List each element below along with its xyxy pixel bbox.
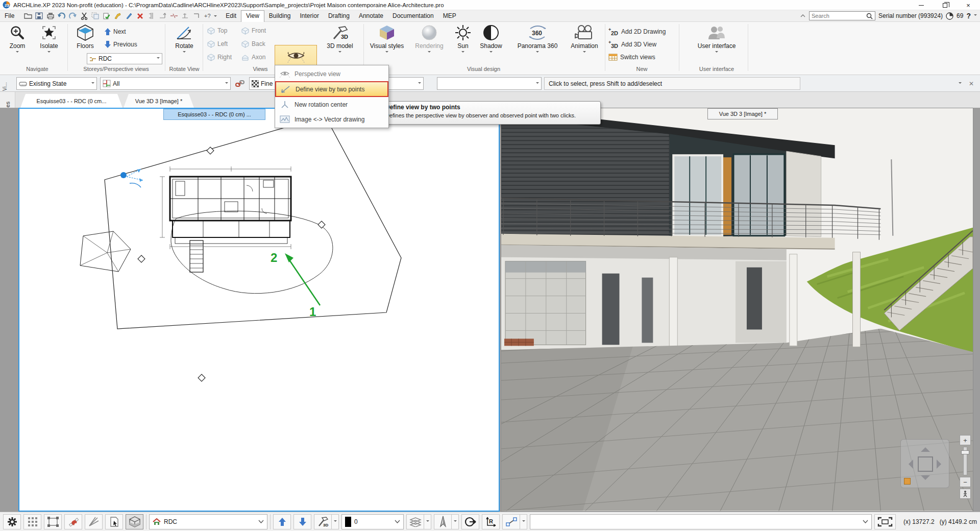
toolbar-chevron-icon[interactable] bbox=[959, 77, 967, 90]
panorama-360-button[interactable]: 360 Panorama 360 bbox=[512, 23, 562, 54]
nav-up-icon[interactable] bbox=[921, 443, 930, 452]
3d-model-button[interactable]: 3D 3D model bbox=[321, 23, 359, 54]
select-document-button[interactable] bbox=[105, 514, 123, 529]
break-line-icon[interactable] bbox=[169, 11, 179, 20]
command-combo[interactable] bbox=[530, 514, 872, 529]
view-top-button[interactable]: Top bbox=[207, 25, 227, 36]
help-caret-icon[interactable] bbox=[974, 14, 977, 17]
save-icon[interactable] bbox=[34, 11, 44, 20]
menu-file[interactable]: File bbox=[0, 11, 19, 21]
3d-box-button[interactable] bbox=[126, 514, 143, 529]
state-combo[interactable]: Existing State bbox=[16, 77, 97, 90]
north-arrow-button[interactable] bbox=[434, 514, 452, 529]
minimize-button[interactable] bbox=[910, 0, 933, 10]
floors-button[interactable]: Floors bbox=[69, 23, 101, 50]
add-2d-drawing-button[interactable]: +2D Add 2D Drawing bbox=[608, 26, 666, 37]
view-right-button[interactable]: Right bbox=[207, 52, 232, 63]
edit-pen-icon[interactable] bbox=[124, 11, 134, 20]
search-input[interactable] bbox=[812, 13, 866, 19]
help-button[interactable]: ? bbox=[966, 12, 971, 20]
undo-icon[interactable] bbox=[57, 11, 66, 20]
rendering-button[interactable]: Rendering bbox=[409, 23, 449, 54]
plan-view-pane[interactable]: 1 2 Esquisse03 - - RDC (0 cm) ... bbox=[18, 108, 500, 512]
format-painter-icon[interactable] bbox=[113, 11, 122, 20]
move-rotate-button[interactable] bbox=[461, 514, 479, 529]
copy-icon[interactable] bbox=[90, 11, 100, 20]
menu-interior[interactable]: Interior bbox=[296, 11, 324, 21]
view-axon-button[interactable]: Axon bbox=[241, 52, 265, 63]
storey-down-button[interactable] bbox=[293, 514, 311, 529]
open-folder-icon[interactable] bbox=[23, 11, 33, 20]
add-shortcut-icon[interactable]: +? bbox=[203, 11, 212, 20]
view-left-button[interactable]: Left bbox=[207, 38, 228, 50]
maximize-button[interactable] bbox=[933, 0, 957, 10]
delete-icon[interactable] bbox=[135, 11, 145, 20]
menu-view[interactable]: View bbox=[241, 10, 264, 22]
navigation-widget[interactable] bbox=[900, 439, 949, 488]
collapse-ribbon-icon[interactable] bbox=[800, 14, 806, 18]
pen-color-combo[interactable]: 0 bbox=[341, 514, 404, 529]
menu-item-new-rotation-center[interactable]: New rotation center bbox=[275, 97, 388, 112]
nav-mode-indicator[interactable] bbox=[904, 478, 911, 485]
fit-view-button[interactable] bbox=[874, 514, 896, 529]
qat-overflow-caret-icon[interactable] bbox=[214, 15, 217, 18]
trim-icon[interactable] bbox=[180, 11, 190, 20]
isolate-button[interactable]: Isolate bbox=[34, 23, 64, 54]
view-front-button[interactable]: Front bbox=[241, 25, 266, 36]
plan-view-caption[interactable]: Esquisse03 - - RDC (0 cm) ... bbox=[163, 109, 265, 120]
settings-button[interactable] bbox=[3, 514, 21, 529]
render-view-caption[interactable]: Vue 3D 3 [Image] * bbox=[707, 108, 778, 119]
add-3d-view-button[interactable]: +3D Add 3D View bbox=[608, 39, 656, 50]
menu-documentation[interactable]: Documentation bbox=[388, 11, 438, 21]
grid-snap-button[interactable] bbox=[23, 514, 41, 529]
shadow-button[interactable]: Shadow bbox=[476, 23, 506, 54]
north-caret[interactable] bbox=[452, 514, 459, 529]
next-storey-button[interactable]: Next bbox=[104, 26, 126, 37]
storey-up-button[interactable] bbox=[273, 514, 291, 529]
toolbar-close-icon[interactable]: ✕ bbox=[969, 77, 976, 90]
zoom-slider-handle[interactable] bbox=[961, 450, 969, 454]
nav-left-icon[interactable] bbox=[904, 460, 913, 469]
guideline-button[interactable] bbox=[85, 514, 103, 529]
corner-icon[interactable] bbox=[191, 11, 201, 20]
zoom-out-button[interactable]: − bbox=[960, 477, 971, 487]
animation-button[interactable]: Animation bbox=[566, 23, 603, 54]
layers-caret[interactable] bbox=[424, 514, 431, 529]
build-3d-button[interactable]: 3D bbox=[314, 514, 332, 529]
search-box[interactable] bbox=[809, 11, 875, 20]
dim-parallel-icon[interactable] bbox=[146, 11, 156, 20]
cut-icon[interactable] bbox=[79, 11, 89, 20]
user-interface-button[interactable]: User interface bbox=[690, 23, 743, 54]
tab-3d-view[interactable]: Vue 3D 3 [Image] * bbox=[124, 94, 194, 108]
render-view-pane[interactable]: Vue 3D 3 [Image] * + − bbox=[501, 108, 973, 512]
redo-icon[interactable] bbox=[68, 11, 78, 20]
snap-magnet-button[interactable] bbox=[64, 514, 82, 529]
menu-edit[interactable]: Edit bbox=[221, 11, 241, 21]
nav-down-icon[interactable] bbox=[921, 475, 930, 485]
close-button[interactable]: × bbox=[957, 0, 980, 10]
segment-snap-button[interactable] bbox=[502, 514, 520, 529]
zoom-slider[interactable] bbox=[963, 447, 967, 475]
link-chain-icon[interactable] bbox=[234, 77, 246, 90]
menu-building[interactable]: Building bbox=[264, 11, 296, 21]
layers-button[interactable] bbox=[406, 514, 424, 529]
paste-icon[interactable] bbox=[102, 11, 111, 20]
walk-mode-button[interactable] bbox=[960, 489, 971, 499]
zoom-button[interactable]: Zoom bbox=[3, 23, 32, 54]
menu-item-image-vector[interactable]: Image <-> Vector drawing bbox=[275, 112, 388, 127]
rotate-button[interactable]: Rotate bbox=[167, 23, 201, 54]
menu-drafting[interactable]: Drafting bbox=[324, 11, 354, 21]
segment-caret[interactable] bbox=[520, 514, 527, 529]
reference-axis-button[interactable]: R bbox=[482, 514, 500, 529]
storey-selector[interactable]: RDC bbox=[149, 514, 267, 529]
style-combo[interactable] bbox=[437, 77, 542, 90]
dim-offset-icon[interactable] bbox=[158, 11, 167, 20]
storey-combo[interactable]: RDC bbox=[87, 53, 162, 64]
layer-filter-combo[interactable]: All bbox=[100, 77, 231, 90]
menu-item-perspective-view[interactable]: Perspective view bbox=[275, 66, 388, 81]
visual-styles-button[interactable]: Visual styles bbox=[366, 23, 407, 54]
menu-item-define-view-two-points[interactable]: Define view by two points bbox=[275, 81, 388, 97]
previous-storey-button[interactable]: Previous bbox=[104, 39, 137, 50]
build-3d-caret[interactable] bbox=[332, 514, 339, 529]
sun-button[interactable]: Sun bbox=[452, 23, 474, 54]
